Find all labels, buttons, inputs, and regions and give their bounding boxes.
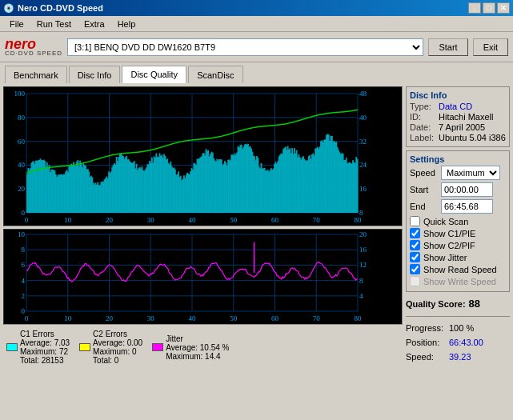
end-input[interactable] xyxy=(441,199,493,214)
date-label: Date: xyxy=(410,122,435,132)
show-read-label: Show Read Speed xyxy=(423,265,497,274)
c2-label: C2 Errors xyxy=(93,330,142,338)
quick-scan-row: Quick Scan xyxy=(410,216,506,226)
legend-area: C1 Errors Average: 7.03 Maximum: 72 Tota… xyxy=(3,327,403,367)
position-label: Position: xyxy=(406,338,446,347)
menu-help[interactable]: Help xyxy=(111,18,142,30)
legend-c2: C2 Errors Average: 0.00 Maximum: 0 Total… xyxy=(79,330,142,365)
tabs-bar: Benchmark Disc Info Disc Quality ScanDis… xyxy=(0,62,513,83)
bottom-chart xyxy=(3,229,403,325)
menu-file[interactable]: File xyxy=(3,18,30,30)
window-title: Nero CD-DVD Speed xyxy=(18,3,103,13)
top-chart xyxy=(3,86,403,226)
show-c1pie-label: Show C1/PIE xyxy=(423,229,475,238)
menu-extra[interactable]: Extra xyxy=(78,18,111,30)
type-label: Type: xyxy=(410,102,435,111)
start-label: Start xyxy=(410,185,438,194)
show-c2pif-row: Show C2/PIF xyxy=(410,240,506,250)
quick-scan-checkbox[interactable] xyxy=(410,216,420,226)
show-c1pie-row: Show C1/PIE xyxy=(410,228,506,238)
speed-row: Speed Maximum 4x 8x 16x 32x 48x xyxy=(410,166,506,180)
position-value: 66:43.00 xyxy=(449,338,483,347)
progress-speed-row: Speed: 39.23 xyxy=(406,352,510,362)
chart-area: C1 Errors Average: 7.03 Maximum: 72 Tota… xyxy=(3,86,403,417)
tab-benchmark[interactable]: Benchmark xyxy=(5,66,67,83)
c2-avg: Average: 0.00 xyxy=(93,338,142,347)
nero-logo-area: nero CD·DVD SPEED xyxy=(5,37,62,57)
right-panel: Disc Info Type: Data CD ID: Hitachi Maxe… xyxy=(406,86,510,417)
end-label: End xyxy=(410,202,438,211)
quality-value: 88 xyxy=(469,298,480,310)
info-label-row: Label: Ubuntu 5.04 i386 xyxy=(410,133,506,142)
quick-scan-label: Quick Scan xyxy=(423,217,468,226)
title-bar: 💿 Nero CD-DVD Speed _ □ ✕ xyxy=(0,0,513,16)
maximize-button[interactable]: □ xyxy=(483,2,495,14)
info-id-row: ID: Hitachi Maxell xyxy=(410,112,506,122)
divider xyxy=(406,316,510,317)
label-value: Ubuntu 5.04 i386 xyxy=(439,133,506,142)
legend-jitter: Jitter Average: 10.54 % Maximum: 14.4 xyxy=(152,330,229,365)
progress-position-row: Position: 66:43.00 xyxy=(406,338,510,347)
jitter-color-swatch xyxy=(152,343,163,351)
start-row: Start xyxy=(410,182,506,197)
jitter-max: Maximum: 14.4 xyxy=(166,352,229,361)
settings-panel: Settings Speed Maximum 4x 8x 16x 32x 48x… xyxy=(406,150,510,292)
speed-label-prog: Speed: xyxy=(406,352,446,362)
speed-label: Speed xyxy=(410,168,438,178)
tab-scan-disc[interactable]: ScanDisc xyxy=(188,66,242,83)
c2-max: Maximum: 0 xyxy=(93,347,142,356)
c1-max: Maximum: 72 xyxy=(20,347,70,356)
show-c2pif-label: Show C2/PIF xyxy=(423,241,475,250)
speed-select[interactable]: Maximum 4x 8x 16x 32x 48x xyxy=(441,166,500,180)
close-button[interactable]: ✕ xyxy=(497,2,510,14)
end-row: End xyxy=(410,199,506,214)
drive-selector[interactable]: [3:1] BENQ DVD DD DW1620 B7T9 xyxy=(67,38,423,56)
jitter-avg: Average: 10.54 % xyxy=(166,343,229,352)
show-c2pif-checkbox[interactable] xyxy=(410,240,420,250)
id-label: ID: xyxy=(410,112,435,122)
show-read-checkbox[interactable] xyxy=(410,264,420,274)
date-value: 7 April 2005 xyxy=(439,122,485,132)
c2-total: Total: 0 xyxy=(93,356,142,365)
c2-color-swatch xyxy=(79,343,90,351)
show-read-row: Show Read Speed xyxy=(410,264,506,274)
c1-total: Total: 28153 xyxy=(20,356,70,365)
minimize-button[interactable]: _ xyxy=(468,2,481,14)
progress-progress-row: Progress: 100 % xyxy=(406,323,510,333)
progress-label: Progress: xyxy=(406,323,446,333)
toolbar: nero CD·DVD SPEED [3:1] BENQ DVD DD DW16… xyxy=(0,32,513,62)
tab-disc-quality[interactable]: Disc Quality xyxy=(122,66,186,83)
label-label: Label: xyxy=(410,133,435,142)
show-jitter-label: Show Jitter xyxy=(423,253,467,262)
quality-row: Quality Score: 88 xyxy=(406,298,510,310)
disc-info-title: Disc Info xyxy=(410,90,506,100)
show-write-row: Show Write Speed xyxy=(410,276,506,286)
settings-title: Settings xyxy=(410,154,506,164)
show-write-checkbox xyxy=(410,276,420,286)
show-c1pie-checkbox[interactable] xyxy=(410,228,420,238)
info-type-row: Type: Data CD xyxy=(410,102,506,111)
start-input[interactable] xyxy=(441,182,493,197)
c1-label: C1 Errors xyxy=(20,330,70,338)
menu-bar: File Run Test Extra Help xyxy=(0,16,513,32)
jitter-label: Jitter xyxy=(166,334,229,343)
quality-label: Quality Score: xyxy=(406,299,466,309)
progress-value: 100 % xyxy=(449,323,474,333)
nero-subtitle: CD·DVD SPEED xyxy=(5,50,62,57)
c1-color-swatch xyxy=(6,343,18,351)
c1-avg: Average: 7.03 xyxy=(20,338,70,347)
show-jitter-checkbox[interactable] xyxy=(410,252,420,262)
exit-button[interactable]: Exit xyxy=(473,38,508,56)
start-button[interactable]: Start xyxy=(428,38,467,56)
disc-info-panel: Disc Info Type: Data CD ID: Hitachi Maxe… xyxy=(406,86,510,147)
speed-value: 39.23 xyxy=(449,352,471,362)
id-value: Hitachi Maxell xyxy=(439,112,493,122)
window-icon: 💿 xyxy=(3,3,14,14)
tab-disc-info[interactable]: Disc Info xyxy=(69,66,121,83)
type-value: Data CD xyxy=(439,102,472,111)
info-date-row: Date: 7 April 2005 xyxy=(410,122,506,132)
main-content: C1 Errors Average: 7.03 Maximum: 72 Tota… xyxy=(0,83,513,420)
menu-run-test[interactable]: Run Test xyxy=(30,18,78,30)
show-jitter-row: Show Jitter xyxy=(410,252,506,262)
legend-c1: C1 Errors Average: 7.03 Maximum: 72 Tota… xyxy=(6,330,70,365)
